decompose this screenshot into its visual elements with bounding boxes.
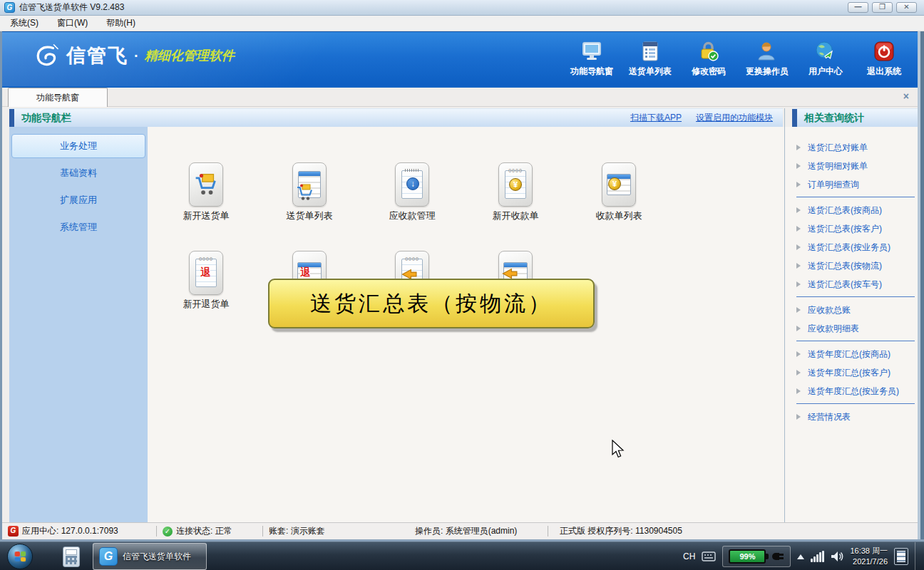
app-item-receivables[interactable]: ↓ 应收款管理 (378, 162, 446, 222)
title-bar: G 信管飞送货单软件 V9.2.483 — ❐ ✕ (0, 0, 924, 16)
keyboard-icon[interactable] (702, 551, 716, 561)
status-bar: G 应用中心: 127.0.0.1:7093 ✓ 连接状态: 正常 账套: 演示… (2, 522, 918, 539)
triangle-icon (796, 370, 801, 375)
operator-status: 操作员: 系统管理员(admin) (415, 525, 517, 537)
left-arrow-icon (401, 269, 417, 279)
query-panel: 送货汇总对账单送货明细对账单订单明细查询 送货汇总表(按商品)送货汇总表(按客户… (785, 127, 918, 522)
app-item-label: 应收款管理 (378, 209, 446, 222)
query-link[interactable]: 送货年度汇总(按业务员) (785, 382, 918, 400)
module-settings-link[interactable]: 设置启用的功能模块 (696, 112, 773, 124)
power-icon (872, 39, 896, 63)
battery-widget[interactable]: 99% (722, 546, 791, 567)
close-button[interactable]: ✕ (896, 2, 917, 13)
taskbar-app-label: 信管飞送货单软件 (123, 551, 191, 563)
triangle-icon (796, 388, 801, 394)
sidebar: 业务处理 基础资料 扩展应用 系统管理 (9, 127, 148, 522)
connection-status: 连接状态: 正常 (176, 525, 232, 537)
scan-download-app-link[interactable]: 扫描下载APP (630, 112, 682, 124)
window-title: 信管飞送货单软件 V9.2.483 (19, 1, 124, 14)
triangle-icon (796, 281, 801, 287)
query-link[interactable]: 订单明细查询 (785, 175, 918, 194)
minimize-button[interactable]: — (848, 2, 868, 13)
triangle-icon (796, 244, 801, 250)
panel-divider-line (796, 296, 915, 297)
query-link[interactable]: 送货汇总表(按客户) (785, 219, 918, 238)
start-button[interactable] (7, 544, 33, 569)
separator (262, 526, 263, 537)
network-signal-icon[interactable] (811, 551, 824, 562)
app-item-receipt-list[interactable]: ¥ 收款单列表 (585, 162, 653, 222)
show-desktop-button[interactable] (915, 542, 920, 570)
notepad-coin-icon: 0000 ¥ (498, 162, 533, 207)
menu-item[interactable]: 帮助(H) (106, 17, 135, 29)
toolbar-change-password-button[interactable]: 修改密码 (687, 39, 731, 78)
tab-nav-window[interactable]: 功能导航窗 (8, 88, 108, 107)
notepad-return-icon: 0000 退 (189, 251, 223, 295)
menu-item[interactable]: 系统(S) (10, 17, 38, 29)
speaker-icon[interactable] (831, 551, 843, 562)
query-link[interactable]: 应收款明细表 (785, 319, 918, 338)
query-link[interactable]: 送货汇总对账单 (785, 138, 918, 157)
header-toolbar: 功能导航窗 送货单列表 修改密码 更换操作员 (570, 39, 906, 78)
query-link[interactable]: 送货汇总表(按物流) (785, 256, 918, 275)
panel-divider-line (796, 341, 915, 341)
tabstrip-close-icon[interactable]: × (903, 90, 909, 102)
tab-strip: 功能导航窗 × (2, 88, 918, 107)
triangle-icon (796, 326, 801, 331)
journal-tray-icon[interactable] (894, 548, 908, 565)
query-link[interactable]: 应收款总账 (785, 301, 918, 319)
sidebar-item-extensions[interactable]: 扩展应用 (11, 188, 145, 212)
toolbar-label: 功能导航窗 (570, 66, 613, 78)
sidebar-item-basic-data[interactable]: 基础资料 (11, 161, 145, 185)
calculator-taskbar-button[interactable] (57, 545, 86, 569)
brand-tagline: 精细化管理软件 (145, 47, 235, 64)
mouse-cursor (611, 440, 625, 460)
toolbar-label: 修改密码 (692, 66, 726, 78)
app-item-label: 新开收款单 (481, 209, 550, 222)
menu-item[interactable]: 窗口(W) (57, 17, 88, 29)
toolbar-label: 退出系统 (867, 66, 901, 78)
app-center-status: 应用中心: 127.0.0.1:7093 (22, 525, 118, 537)
language-indicator[interactable]: CH (683, 551, 695, 561)
plug-icon (771, 551, 784, 562)
list-icon (638, 39, 662, 63)
monitor-icon (580, 39, 604, 63)
toolbar-delivery-list-button[interactable]: 送货单列表 (628, 39, 672, 78)
triangle-icon (796, 207, 801, 213)
toolbar-nav-window-button[interactable]: 功能导航窗 (570, 39, 614, 78)
app-taskbar-button[interactable]: G 信管飞送货单软件 (93, 543, 207, 570)
sidebar-item-business[interactable]: 业务处理 (11, 134, 145, 158)
triangle-icon (796, 182, 801, 187)
query-link[interactable]: 经营情况表 (785, 408, 918, 426)
app-logo-icon: G (4, 2, 15, 13)
windows-logo-icon (15, 551, 26, 562)
query-link[interactable]: 送货汇总表(按商品) (785, 201, 918, 219)
app-item-new-return[interactable]: 0000 退 新开退货单 (172, 251, 240, 311)
query-link[interactable]: 送货年度汇总(按客户) (785, 363, 918, 382)
app-center-icon: G (8, 526, 19, 537)
query-link[interactable]: 送货年度汇总(按商品) (785, 345, 918, 363)
tray-expand-icon[interactable] (797, 554, 804, 559)
sidebar-item-system[interactable]: 系统管理 (11, 215, 145, 239)
query-link[interactable]: 送货汇总表(按业务员) (785, 238, 918, 256)
toolbar-exit-button[interactable]: 退出系统 (862, 39, 906, 78)
panel-divider-line (796, 197, 915, 197)
app-item-new-receipt[interactable]: 0000 ¥ 新开收款单 (481, 162, 550, 222)
app-item-new-delivery[interactable]: 新开送货单 (172, 162, 240, 222)
app-item-delivery-list[interactable]: 送货单列表 (275, 162, 344, 222)
triangle-icon (796, 263, 801, 269)
app-logo-icon: G (99, 547, 118, 566)
toolbar-switch-operator-button[interactable]: 更换操作员 (745, 39, 789, 78)
clock[interactable]: 16:38 周一 2021/7/26 (850, 546, 888, 567)
query-link[interactable]: 送货汇总表(按车号) (785, 275, 918, 294)
separator (156, 526, 157, 537)
query-link[interactable]: 送货明细对账单 (785, 157, 918, 175)
brand: 信管飞 · 精细化管理软件 (32, 42, 235, 69)
battery-level: 99% (729, 549, 766, 564)
query-stats-header: 相关查询统计 (792, 108, 918, 127)
triangle-icon (796, 351, 801, 357)
app-item-label: 新开送货单 (172, 209, 240, 222)
restore-button[interactable]: ❐ (872, 2, 893, 13)
toolbar-user-center-button[interactable]: 用户中心 (804, 39, 848, 78)
connection-ok-icon: ✓ (163, 527, 173, 537)
